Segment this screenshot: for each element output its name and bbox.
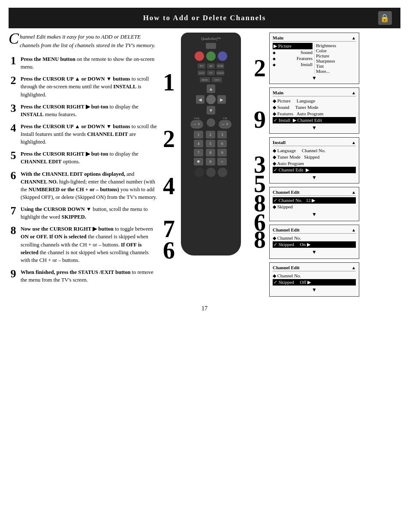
step-text-5: Press the CURSOR RIGHT ▶ but-ton to disp… (21, 150, 159, 165)
blue-button[interactable] (218, 51, 227, 61)
num-hash[interactable]: ○ (217, 158, 227, 165)
menu1-row-install: Install (273, 61, 313, 67)
menu4-down-arrow: ▼ (312, 211, 317, 217)
dpad-down[interactable]: ▼ (207, 106, 215, 114)
menu3-autoprog: ◆ Auto Program (273, 160, 356, 167)
menu3-title-text: Install (273, 140, 286, 145)
menu6-title-text: Channel Edit (273, 265, 300, 270)
vol-control[interactable]: − + (190, 120, 203, 129)
function-buttons-row: TV AV VCR (185, 63, 237, 69)
step-8: 8 Now use the CURSOR RIGHT ▶ button to t… (9, 225, 159, 264)
intro-paragraph: Channel Edit makes it easy for you to AD… (9, 33, 159, 49)
num-star[interactable]: ✱ (194, 158, 203, 165)
steps-list: 1 Press the MENU button on the remote to… (9, 55, 159, 284)
step-number-8: 8 (9, 225, 18, 236)
power-button[interactable] (206, 43, 216, 49)
sleep-button[interactable] (195, 168, 204, 177)
big-num-2: 2 (163, 127, 175, 151)
step-number-6: 6 (9, 170, 18, 181)
menu3-down-arrow: ▼ (312, 174, 317, 180)
menu-box-2: Main ▲ ◆ Picture Language ◆ Sound Tuner … (269, 87, 359, 134)
menu1-row-picture-selected: ▶ Picture (273, 43, 313, 49)
menu3-title: Install ▲ (273, 140, 356, 146)
menu2-down-arrow: ▼ (312, 125, 317, 131)
step-number-5: 5 (9, 150, 18, 161)
num-9[interactable]: 9 (217, 149, 227, 156)
diamond-icon (273, 50, 276, 55)
step-4: 4 Press the CURSOR UP ▲ or DOWN ▼ button… (9, 123, 159, 146)
big-num-6: 6 (163, 238, 175, 262)
menu2-arrow-up: ▲ (352, 90, 356, 95)
status-button[interactable]: STATUS (217, 70, 224, 75)
menu4-skipped: ◆ Skipped (273, 204, 356, 210)
step-text-8: Now use the CURSOR RIGHT ▶ button to tog… (21, 225, 159, 264)
step-3: 3 Press the CURSOR RIGHT ▶ but-ton to di… (9, 103, 159, 118)
green-button[interactable] (206, 51, 216, 61)
menu-box-3: Install ▲ ◆ Language Channel No. ◆ Tuner… (269, 137, 359, 183)
menu-buttons-row: MENU EXIT (185, 77, 237, 82)
menu1-sub-sharpness: Sharpness (316, 58, 356, 63)
big-num-8b: 8 (254, 228, 266, 252)
auto-button[interactable]: AUTO (198, 70, 205, 75)
num-7[interactable]: 7 (194, 149, 203, 156)
step-9: 9 When finished, press the STATUS /EXIT … (9, 268, 159, 284)
menu6-footer: ▼ (273, 286, 356, 293)
num-6[interactable]: 6 (217, 140, 227, 147)
dpad-up[interactable]: ▲ (207, 84, 215, 93)
menu1-sub-more: More... (316, 69, 356, 74)
dpad-center[interactable] (206, 95, 216, 104)
menu3-arrow-up: ▲ (352, 140, 356, 145)
step-1: 1 Press the MENU button on the remote to… (9, 55, 159, 71)
tv-button[interactable]: TV (198, 63, 205, 69)
menu5-down-arrow: ▼ (312, 249, 317, 255)
num-5[interactable]: 5 (206, 140, 215, 147)
av-button[interactable]: AV (207, 63, 215, 69)
vcr-button[interactable]: VCR (217, 63, 224, 69)
dpad-left[interactable]: ◀ (196, 95, 204, 104)
step-number-1: 1 (9, 55, 18, 66)
menu4-title: Channel Edit ▲ (273, 189, 356, 196)
menu4-channelno-selected: ✓ Channel No. 12 ▶ (273, 197, 356, 204)
num-2[interactable]: 2 (206, 131, 215, 138)
num-4[interactable]: 4 (194, 140, 203, 147)
left-column: Channel Edit makes it easy for you to AD… (9, 33, 163, 297)
menu5-title: Channel Edit ▲ (273, 227, 356, 234)
step-text-9: When finished, press the STATUS /EXIT bu… (21, 268, 159, 284)
step-text-3: Press the CURSOR RIGHT ▶ but-ton to disp… (21, 103, 159, 118)
menus-column: Main ▲ ▶ Picture Sound Features Install … (269, 33, 359, 297)
menu-box-5: Channel Edit ▲ ◆ Channel No. ✓ Skipped O… (269, 225, 359, 259)
menu1-row-features: Features (273, 55, 313, 61)
menu-button[interactable]: MENU (200, 77, 210, 82)
num-8[interactable]: 8 (206, 149, 215, 156)
cc-button[interactable]: CC (207, 70, 215, 75)
menu6-skipped-off: ✓ Skipped Off ▶ (273, 279, 356, 286)
header-title: How to Add or Delete Channels (143, 14, 266, 22)
exit-button[interactable]: EXIT (212, 77, 222, 82)
menu-box-1: Main ▲ ▶ Picture Sound Features Install … (269, 33, 359, 84)
red-button[interactable] (195, 51, 204, 61)
menu2-title: Main ▲ (273, 90, 356, 96)
vol-label: VOL (190, 117, 203, 120)
step-6: 6 With the CHANNEL EDIT options displaye… (9, 170, 159, 201)
menu1-sub-color: Color (316, 48, 356, 53)
vol-ch-controls: VOL − + CH − + (185, 117, 237, 129)
big-num-1: 1 (163, 70, 175, 94)
num-3[interactable]: 3 (217, 131, 227, 138)
menu6-channelno: ◆ Channel No. (273, 273, 356, 279)
right-column: 1 2 4 7 6 2 9 3 5 8 6 8 QuadraSurf™ (163, 33, 400, 297)
menu1-title: Main ▲ (273, 35, 356, 42)
menu3-footer: ▼ (273, 173, 356, 181)
step-number-4: 4 (9, 123, 18, 134)
mute-button[interactable] (207, 118, 215, 127)
num-1[interactable]: 1 (194, 131, 203, 138)
bottom-btn-3[interactable] (218, 168, 227, 177)
num-0[interactable]: 0 (206, 158, 215, 165)
big-num-9: 9 (254, 108, 266, 132)
bottom-btn-2[interactable] (206, 168, 216, 177)
step-text-4: Press the CURSOR UP ▲ or DOWN ▼ buttons … (21, 123, 159, 146)
menu4-arrow-up: ▲ (352, 190, 356, 195)
dpad-right[interactable]: ▶ (217, 95, 226, 104)
menu3-language: ◆ Language Channel No. (273, 147, 356, 154)
page-header: How to Add or Delete Channels 🔒 (9, 8, 400, 28)
ch-control[interactable]: − + (219, 120, 232, 129)
